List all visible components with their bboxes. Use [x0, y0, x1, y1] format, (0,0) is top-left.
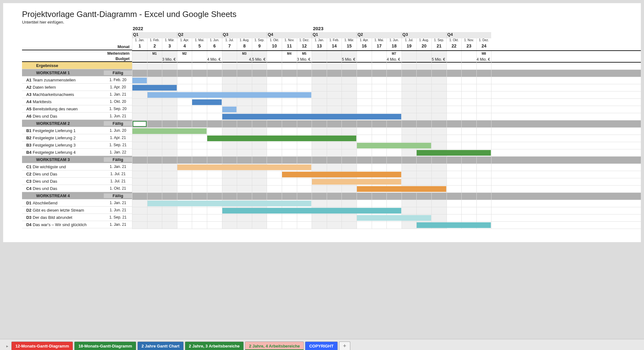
workstream-header[interactable]: WORKSTREAM 1Fällig	[22, 69, 132, 76]
task-id: B2	[22, 136, 33, 140]
gantt-bar[interactable]	[282, 172, 401, 177]
gantt-bar[interactable]	[147, 92, 312, 98]
task-row[interactable]: C2Dies und Das1. Jul. 21	[22, 170, 132, 178]
gantt-bar[interactable]	[222, 107, 237, 112]
task-name: Dies und Das	[33, 172, 104, 176]
task-id: B4	[22, 150, 33, 155]
gantt-bar[interactable]	[147, 201, 312, 206]
task-id: A3	[22, 92, 33, 97]
workstream-header[interactable]: WORKSTREAM 3Fällig	[22, 156, 132, 163]
gantt-bar[interactable]	[312, 179, 401, 185]
header-monat: Monat	[22, 44, 132, 49]
quarter-label: Q2	[177, 32, 222, 38]
gantt-bar[interactable]	[192, 99, 221, 105]
month-date-label: 1. Sep.	[252, 38, 267, 43]
month-date-label: 1. Aug.	[416, 38, 431, 43]
gantt-bar[interactable]	[222, 208, 401, 214]
quarter-label: Q3	[222, 32, 267, 38]
task-name: Team zusammenstellen	[33, 78, 104, 82]
month-date-label: 1. Mai.	[372, 38, 387, 43]
task-row[interactable]: C1Die wichtigste und1. Jan. 21	[22, 163, 132, 170]
gantt-bar[interactable]	[357, 143, 431, 148]
workstream-header[interactable]: WORKSTREAM 2Fällig	[22, 120, 132, 127]
workstream-name: WORKSTREAM 4	[36, 193, 70, 198]
task-row[interactable]: A1Team zusammenstellen1. Feb. 20	[22, 76, 132, 84]
task-row[interactable]: A5Bereitstellung des neuen1. Sep. 20	[22, 105, 132, 113]
gantt-bar[interactable]	[357, 186, 446, 192]
task-id: D1	[22, 201, 33, 205]
gantt-bar[interactable]	[132, 78, 147, 83]
gantt-bar[interactable]	[207, 136, 356, 141]
month-number-label: 11	[282, 43, 297, 50]
gantt-bar[interactable]	[357, 215, 431, 221]
month-number-label: 22	[446, 43, 461, 50]
task-due: 1. Okt. 21	[104, 186, 132, 191]
month-date-label: 1. Okt.	[267, 38, 282, 43]
workstream-header[interactable]: WORKSTREAM 4Fällig	[22, 192, 132, 199]
task-row[interactable]: B1Festgelegte Lieferung 11. Jun. 20	[22, 127, 132, 134]
month-number-label: 5	[192, 43, 207, 50]
month-date-label: 1. Jul.	[222, 38, 237, 43]
month-date-label: 1. Jun.	[386, 38, 402, 43]
quarter-label: Q3	[402, 32, 447, 38]
task-due: 1. Jul. 21	[104, 179, 132, 183]
task-row[interactable]: B2Festgelegte Lieferung 21. Apr. 21	[22, 134, 132, 142]
month-date-label: 1. Apr.	[357, 38, 372, 43]
milestone-label: M8	[476, 52, 491, 55]
month-date-label: 1. Jul.	[402, 38, 417, 43]
task-row[interactable]: D4Das war's – Wir sind glücklich1. Jan. …	[22, 221, 132, 228]
task-name: Gibt es diesen letzte Stream	[33, 208, 104, 213]
gantt-bar[interactable]	[417, 150, 491, 156]
month-number-label: 13	[312, 43, 327, 50]
gantt-bar[interactable]	[177, 164, 311, 170]
task-due: 1. Sep. 20	[104, 107, 132, 111]
task-row[interactable]: A6Dies und Das1. Jun. 21	[22, 113, 132, 120]
gantt-bar[interactable]	[417, 222, 491, 228]
task-row[interactable]: C4Dies und Das1. Okt. 21	[22, 185, 132, 192]
task-due: 1. Jul. 21	[104, 172, 132, 176]
budget-label: 4,5 Mio. €	[222, 57, 266, 62]
budget-label: 3 Mio. €	[132, 57, 176, 62]
gantt-left-panel: Monat Meilenstein Budget Ergebnisse WORK…	[22, 26, 132, 229]
header-budget: Budget	[22, 56, 132, 61]
task-due: 1. Jun. 20	[104, 128, 132, 133]
task-name: Dies und Das	[33, 186, 104, 191]
task-row[interactable]: B4Festgelegte Lieferung 41. Jan. 22	[22, 149, 132, 156]
active-cell-outline[interactable]	[133, 121, 147, 127]
task-due: 1. Feb. 20	[104, 78, 132, 82]
month-number-label: 8	[237, 43, 252, 50]
task-row[interactable]: A2Daten liefern1. Apr. 20	[22, 84, 132, 91]
task-row[interactable]: B3Festgelegte Lieferung 31. Sep. 21	[22, 142, 132, 149]
task-row[interactable]: D1Abschließend1. Jan. 21	[22, 199, 132, 207]
month-number-label: 19	[402, 43, 417, 50]
task-row[interactable]: A4Markttests1. Okt. 20	[22, 98, 132, 105]
task-row[interactable]: A3Machbarkeitsnachweis1. Jan. 21	[22, 91, 132, 98]
month-number-label: 16	[357, 43, 372, 50]
quarter-label: Q4	[267, 32, 312, 38]
task-due: 1. Sep. 21	[104, 215, 132, 219]
spreadsheet-canvas[interactable]: Projektvorlage Gantt-Diagramm - Excel un…	[3, 3, 641, 242]
workstream-due-header: Fällig	[104, 157, 132, 162]
workstream-name: WORKSTREAM 3	[36, 157, 70, 162]
task-due: 1. Jun. 21	[104, 114, 132, 118]
task-name: Festgelegte Lieferung 3	[33, 143, 104, 147]
gantt-bar[interactable]	[132, 85, 177, 91]
task-id: D2	[22, 208, 33, 213]
task-name: Festgelegte Lieferung 2	[33, 136, 104, 140]
task-row[interactable]: D2Gibt es diesen letzte Stream1. Jun. 21	[22, 207, 132, 214]
workstream-due-header: Fällig	[104, 70, 132, 75]
task-name: Das war's – Wir sind glücklich	[33, 222, 104, 227]
task-row[interactable]: C3Dies und Das1. Jul. 21	[22, 178, 132, 185]
task-name: Dies und Das	[33, 114, 104, 119]
gantt-bar[interactable]	[222, 114, 401, 119]
month-number-label: 7	[222, 43, 237, 50]
task-id: B3	[22, 143, 33, 147]
quarter-label: Q1	[312, 32, 357, 38]
milestone-label: M1	[147, 52, 162, 55]
month-date-label: 1. Dez.	[476, 38, 491, 43]
gantt-bar[interactable]	[132, 128, 207, 134]
task-row[interactable]: D3Der das Bild abrundet1. Sep. 21	[22, 214, 132, 221]
month-number-label: 9	[252, 43, 267, 50]
task-due: 1. Jan. 21	[104, 164, 132, 169]
task-due: 1. Apr. 21	[104, 136, 132, 140]
